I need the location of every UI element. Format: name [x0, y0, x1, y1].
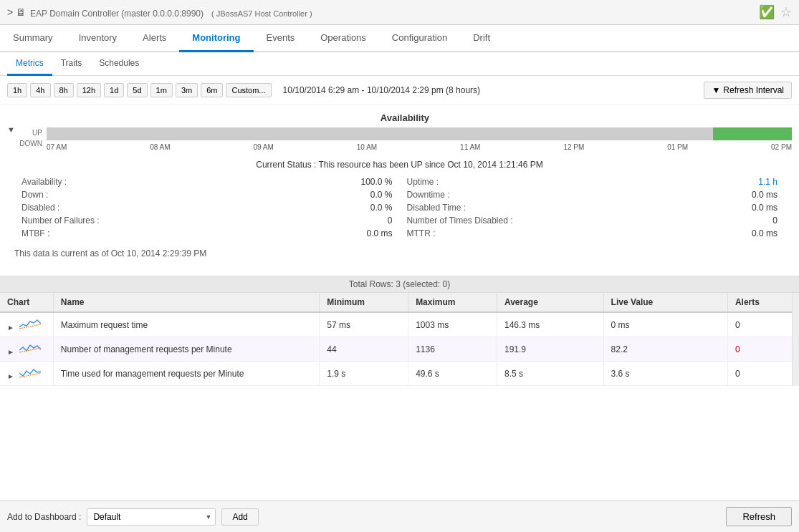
time-btn-1m[interactable]: 1m [150, 83, 173, 97]
table-scrollbar[interactable] [792, 293, 799, 386]
refresh-interval-dropdown-icon: ▼ [712, 85, 720, 95]
app-header: > 🖥 EAP Domain Controller (master 0.0.0.… [0, 0, 799, 25]
row2-alerts[interactable]: 0 [727, 337, 798, 362]
metrics-table: Chart Name Minimum Maximum Average Live … [0, 293, 799, 386]
time-btn-5d[interactable]: 5d [127, 83, 147, 97]
col-header-name: Name [53, 293, 320, 312]
nav-item-inventory[interactable]: Inventory [66, 25, 130, 52]
stats-grid: Availability : 100.0 % Down : 0.0 % Disa… [7, 175, 792, 240]
nav-item-drift[interactable]: Drift [460, 25, 503, 52]
time-btn-12h[interactable]: 12h [77, 83, 101, 97]
sub-nav: Metrics Traits Schedules [0, 52, 799, 76]
stat-mtbf-value: 0.0 ms [366, 228, 392, 238]
app-title-text: EAP Domain Controller (master 0.0.0.0:89… [30, 9, 204, 19]
col-header-average: Average [497, 293, 603, 312]
nav-item-alerts[interactable]: Alerts [130, 25, 179, 52]
app-subtitle: ( JBossAS7 Host Controller ) [211, 9, 312, 18]
nav-item-events[interactable]: Events [254, 25, 308, 52]
time-label-12pm: 12 PM [563, 143, 584, 151]
stat-mttr-label: MTTR : [407, 228, 436, 238]
time-btn-custom[interactable]: Custom... [226, 83, 271, 97]
avail-label-down: DOWN [18, 138, 42, 149]
stat-downtime: Downtime : 0.0 ms [407, 188, 778, 201]
time-btn-1d[interactable]: 1d [104, 83, 124, 97]
stat-times-disabled-value: 0 [772, 216, 778, 226]
table-row: ► Number of management requests per Minu… [0, 337, 799, 362]
col-header-chart: Chart [0, 293, 53, 312]
row1-name: Maximum request time [53, 312, 320, 337]
sub-nav-schedules[interactable]: Schedules [90, 52, 148, 76]
stat-availability: Availability : 100.0 % [21, 175, 393, 188]
stat-uptime-value[interactable]: 1.1 h [758, 177, 778, 187]
time-label-10am: 10 AM [357, 143, 377, 151]
row2-minimum: 44 [320, 337, 408, 362]
row1-average: 146.3 ms [497, 312, 603, 337]
time-label-08am: 08 AM [150, 143, 170, 151]
refresh-interval-label: Refresh Interval [723, 85, 784, 95]
col-header-maximum: Maximum [408, 293, 497, 312]
star-icon[interactable]: ☆ [780, 4, 792, 20]
row3-minimum: 1.9 s [320, 362, 408, 386]
row3-live-value: 3.6 s [603, 362, 727, 386]
row1-expand-btn[interactable]: ► [7, 324, 14, 332]
refresh-button[interactable]: Refresh [726, 507, 792, 526]
stat-disabled-time-label: Disabled Time : [407, 203, 467, 213]
stat-disabled: Disabled : 0.0 % [21, 201, 393, 214]
sub-nav-metrics[interactable]: Metrics [7, 52, 52, 76]
row1-live-value: 0 ms [603, 312, 727, 337]
header-icons: ✅ ☆ [759, 4, 792, 20]
row3-average: 8.5 s [497, 362, 603, 386]
table-summary-bar: Total Rows: 3 (selected: 0) [0, 276, 799, 293]
row2-expand-btn[interactable]: ► [7, 348, 14, 356]
toolbar: 1h 4h 8h 12h 1d 5d 1m 3m 6m Custom... 10… [0, 76, 799, 105]
row1-chart-icon[interactable] [19, 317, 41, 330]
row2-name: Number of management requests per Minute [53, 337, 320, 362]
time-label-07am: 07 AM [47, 143, 67, 151]
availability-section: ▼ Availability UP DOWN [0, 105, 799, 151]
stat-uptime-label: Uptime : [407, 177, 439, 187]
stat-failures: Number of Failures : 0 [21, 214, 393, 227]
main-nav: Summary Inventory Alerts Monitoring Even… [0, 25, 799, 52]
time-range-display: 10/10/2014 6:29 am - 10/10/2014 2:29 pm … [283, 85, 702, 95]
nav-item-operations[interactable]: Operations [307, 25, 379, 52]
time-btn-6m[interactable]: 6m [201, 83, 223, 97]
data-current-text: This data is current as of Oct 10, 2014 … [7, 244, 792, 263]
time-btn-8h[interactable]: 8h [54, 83, 74, 97]
availability-expand-icon[interactable]: ▼ [7, 125, 15, 134]
nav-item-configuration[interactable]: Configuration [379, 25, 460, 52]
nav-item-summary[interactable]: Summary [0, 25, 66, 52]
time-btn-1h[interactable]: 1h [7, 83, 27, 97]
stat-availability-value: 100.0 % [360, 177, 392, 187]
time-btn-4h[interactable]: 4h [30, 83, 50, 97]
row3-expand-btn[interactable]: ► [7, 372, 14, 380]
stats-section: Current Status : This resource has been … [0, 155, 799, 271]
col-header-alerts: Alerts [727, 293, 798, 312]
refresh-interval-button[interactable]: ▼ Refresh Interval [704, 82, 792, 99]
row3-chart-icon[interactable] [19, 366, 41, 379]
row1-maximum: 1003 ms [408, 312, 497, 337]
check-circle-icon[interactable]: ✅ [759, 4, 775, 20]
time-btn-3m[interactable]: 3m [176, 83, 198, 97]
nav-item-monitoring[interactable]: Monitoring [179, 25, 253, 52]
row1-alerts: 0 [727, 312, 798, 337]
stat-down-label: Down : [21, 190, 48, 200]
stat-down-value: 0.0 % [370, 190, 393, 200]
col-header-live-value: Live Value [603, 293, 727, 312]
add-button[interactable]: Add [221, 508, 258, 526]
row3-alerts: 0 [727, 362, 798, 386]
time-label-02pm: 02 PM [771, 143, 792, 151]
dashboard-select-wrap: Default [87, 508, 216, 526]
app-title: EAP Domain Controller (master 0.0.0.0:89… [30, 5, 759, 20]
stat-disabled-time: Disabled Time : 0.0 ms [407, 201, 778, 214]
stat-downtime-label: Downtime : [407, 190, 450, 200]
sub-nav-traits[interactable]: Traits [52, 52, 91, 76]
row2-chart-icon[interactable] [19, 342, 41, 354]
table-row: ► Time used for management requests per … [0, 362, 799, 386]
stat-mttr: MTTR : 0.0 ms [407, 227, 778, 240]
dashboard-select[interactable]: Default [87, 508, 216, 526]
row2-chart-cell: ► [0, 337, 53, 362]
stat-times-disabled-label: Number of Times Disabled : [407, 216, 513, 226]
time-label-01pm: 01 PM [667, 143, 688, 151]
stat-mtbf: MTBF : 0.0 ms [21, 227, 393, 240]
availability-title: Availability [18, 112, 792, 123]
